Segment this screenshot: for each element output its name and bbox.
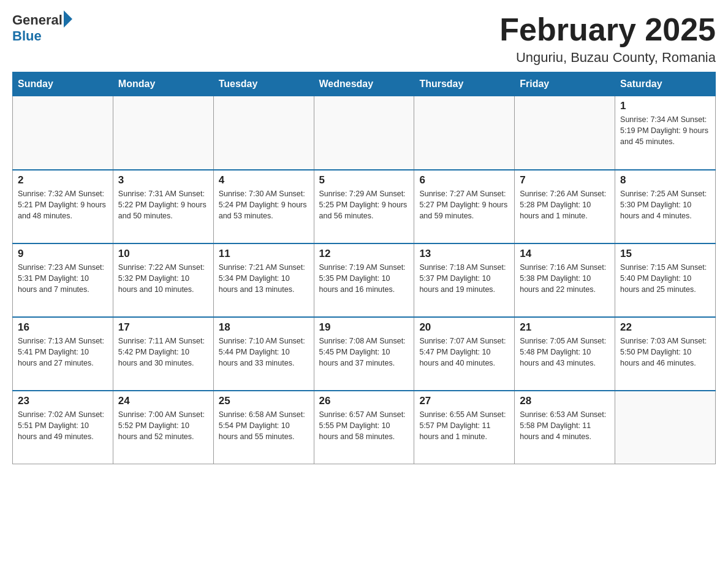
title-section: February 2025 Unguriu, Buzau County, Rom…	[499, 12, 716, 66]
calendar-cell	[113, 96, 213, 170]
page-header: General Blue February 2025 Unguriu, Buza…	[12, 12, 716, 66]
weekday-header-saturday: Saturday	[615, 72, 716, 96]
day-info: Sunrise: 7:25 AM Sunset: 5:30 PM Dayligh…	[620, 188, 710, 221]
day-info: Sunrise: 7:08 AM Sunset: 5:45 PM Dayligh…	[319, 335, 409, 369]
calendar-cell	[13, 96, 113, 170]
day-number: 13	[419, 248, 509, 260]
day-info: Sunrise: 7:34 AM Sunset: 5:19 PM Dayligh…	[620, 114, 710, 147]
day-info: Sunrise: 7:22 AM Sunset: 5:32 PM Dayligh…	[118, 262, 208, 295]
day-info: Sunrise: 6:55 AM Sunset: 5:57 PM Dayligh…	[419, 409, 509, 442]
calendar-cell: 22Sunrise: 7:03 AM Sunset: 5:50 PM Dayli…	[615, 317, 716, 391]
calendar-table: SundayMondayTuesdayWednesdayThursdayFrid…	[12, 72, 716, 464]
weekday-header-sunday: Sunday	[13, 72, 113, 96]
day-number: 28	[520, 395, 610, 407]
day-number: 11	[219, 248, 309, 260]
day-number: 25	[219, 395, 309, 407]
day-number: 3	[118, 174, 208, 186]
calendar-week-5: 23Sunrise: 7:02 AM Sunset: 5:51 PM Dayli…	[13, 391, 716, 464]
calendar-cell: 8Sunrise: 7:25 AM Sunset: 5:30 PM Daylig…	[615, 170, 716, 243]
day-info: Sunrise: 7:15 AM Sunset: 5:40 PM Dayligh…	[620, 262, 710, 295]
calendar-cell: 26Sunrise: 6:57 AM Sunset: 5:55 PM Dayli…	[314, 391, 414, 464]
calendar-cell: 16Sunrise: 7:13 AM Sunset: 5:41 PM Dayli…	[13, 317, 113, 391]
day-number: 1	[620, 100, 710, 112]
calendar-cell: 12Sunrise: 7:19 AM Sunset: 5:35 PM Dayli…	[314, 243, 414, 317]
day-info: Sunrise: 7:23 AM Sunset: 5:31 PM Dayligh…	[18, 262, 108, 295]
calendar-cell: 19Sunrise: 7:08 AM Sunset: 5:45 PM Dayli…	[314, 317, 414, 391]
day-info: Sunrise: 6:57 AM Sunset: 5:55 PM Dayligh…	[319, 409, 409, 442]
day-info: Sunrise: 7:02 AM Sunset: 5:51 PM Dayligh…	[18, 409, 108, 442]
calendar-cell: 20Sunrise: 7:07 AM Sunset: 5:47 PM Dayli…	[414, 317, 515, 391]
day-number: 12	[319, 248, 409, 260]
day-info: Sunrise: 7:21 AM Sunset: 5:34 PM Dayligh…	[219, 262, 309, 295]
day-info: Sunrise: 7:03 AM Sunset: 5:50 PM Dayligh…	[620, 335, 710, 369]
day-number: 26	[319, 395, 409, 407]
day-number: 8	[620, 174, 710, 186]
day-number: 14	[520, 248, 610, 260]
weekday-header-wednesday: Wednesday	[314, 72, 414, 96]
calendar-cell: 27Sunrise: 6:55 AM Sunset: 5:57 PM Dayli…	[414, 391, 515, 464]
calendar-cell: 13Sunrise: 7:18 AM Sunset: 5:37 PM Dayli…	[414, 243, 515, 317]
weekday-header-friday: Friday	[515, 72, 615, 96]
calendar-cell: 9Sunrise: 7:23 AM Sunset: 5:31 PM Daylig…	[13, 243, 113, 317]
logo-arrow-icon	[64, 10, 72, 28]
calendar-cell: 25Sunrise: 6:58 AM Sunset: 5:54 PM Dayli…	[213, 391, 314, 464]
logo-general-text: General	[12, 12, 63, 28]
calendar-cell	[314, 96, 414, 170]
day-number: 7	[520, 174, 610, 186]
calendar-cell: 10Sunrise: 7:22 AM Sunset: 5:32 PM Dayli…	[113, 243, 213, 317]
day-info: Sunrise: 7:05 AM Sunset: 5:48 PM Dayligh…	[520, 335, 610, 369]
day-number: 22	[620, 321, 710, 334]
day-info: Sunrise: 7:07 AM Sunset: 5:47 PM Dayligh…	[419, 335, 509, 369]
weekday-header-thursday: Thursday	[414, 72, 515, 96]
calendar-cell: 11Sunrise: 7:21 AM Sunset: 5:34 PM Dayli…	[213, 243, 314, 317]
day-info: Sunrise: 7:31 AM Sunset: 5:22 PM Dayligh…	[118, 188, 208, 221]
calendar-cell: 6Sunrise: 7:27 AM Sunset: 5:27 PM Daylig…	[414, 170, 515, 243]
day-info: Sunrise: 7:32 AM Sunset: 5:21 PM Dayligh…	[18, 188, 108, 221]
day-info: Sunrise: 7:19 AM Sunset: 5:35 PM Dayligh…	[319, 262, 409, 295]
day-info: Sunrise: 7:00 AM Sunset: 5:52 PM Dayligh…	[118, 409, 208, 442]
calendar-cell: 24Sunrise: 7:00 AM Sunset: 5:52 PM Dayli…	[113, 391, 213, 464]
calendar-cell: 7Sunrise: 7:26 AM Sunset: 5:28 PM Daylig…	[515, 170, 615, 243]
calendar-cell: 15Sunrise: 7:15 AM Sunset: 5:40 PM Dayli…	[615, 243, 716, 317]
calendar-cell	[515, 96, 615, 170]
day-info: Sunrise: 7:26 AM Sunset: 5:28 PM Dayligh…	[520, 188, 610, 221]
calendar-cell	[615, 391, 716, 464]
calendar-cell: 23Sunrise: 7:02 AM Sunset: 5:51 PM Dayli…	[13, 391, 113, 464]
day-number: 24	[118, 395, 208, 407]
calendar-cell: 1Sunrise: 7:34 AM Sunset: 5:19 PM Daylig…	[615, 96, 716, 170]
day-info: Sunrise: 7:16 AM Sunset: 5:38 PM Dayligh…	[520, 262, 610, 295]
calendar-header-row: SundayMondayTuesdayWednesdayThursdayFrid…	[13, 72, 716, 96]
day-number: 23	[18, 395, 108, 407]
calendar-cell: 5Sunrise: 7:29 AM Sunset: 5:25 PM Daylig…	[314, 170, 414, 243]
day-number: 6	[419, 174, 509, 186]
day-number: 9	[18, 248, 108, 260]
day-number: 2	[18, 174, 108, 186]
logo-blue-text: Blue	[12, 28, 42, 44]
day-number: 18	[219, 321, 309, 334]
calendar-cell: 3Sunrise: 7:31 AM Sunset: 5:22 PM Daylig…	[113, 170, 213, 243]
day-info: Sunrise: 7:11 AM Sunset: 5:42 PM Dayligh…	[118, 335, 208, 369]
day-info: Sunrise: 7:29 AM Sunset: 5:25 PM Dayligh…	[319, 188, 409, 221]
day-number: 16	[18, 321, 108, 334]
calendar-cell: 2Sunrise: 7:32 AM Sunset: 5:21 PM Daylig…	[13, 170, 113, 243]
day-number: 5	[319, 174, 409, 186]
calendar-week-2: 2Sunrise: 7:32 AM Sunset: 5:21 PM Daylig…	[13, 170, 716, 243]
month-title: February 2025	[499, 12, 716, 47]
day-info: Sunrise: 7:30 AM Sunset: 5:24 PM Dayligh…	[219, 188, 309, 221]
calendar-week-4: 16Sunrise: 7:13 AM Sunset: 5:41 PM Dayli…	[13, 317, 716, 391]
day-number: 15	[620, 248, 710, 260]
day-info: Sunrise: 7:10 AM Sunset: 5:44 PM Dayligh…	[219, 335, 309, 369]
day-number: 4	[219, 174, 309, 186]
day-number: 21	[520, 321, 610, 334]
location-text: Unguriu, Buzau County, Romania	[499, 50, 716, 66]
day-info: Sunrise: 7:18 AM Sunset: 5:37 PM Dayligh…	[419, 262, 509, 295]
day-number: 19	[319, 321, 409, 334]
day-info: Sunrise: 6:53 AM Sunset: 5:58 PM Dayligh…	[520, 409, 610, 442]
day-info: Sunrise: 7:13 AM Sunset: 5:41 PM Dayligh…	[18, 335, 108, 369]
calendar-cell: 21Sunrise: 7:05 AM Sunset: 5:48 PM Dayli…	[515, 317, 615, 391]
calendar-cell: 17Sunrise: 7:11 AM Sunset: 5:42 PM Dayli…	[113, 317, 213, 391]
calendar-week-1: 1Sunrise: 7:34 AM Sunset: 5:19 PM Daylig…	[13, 96, 716, 170]
day-number: 20	[419, 321, 509, 334]
logo: General Blue	[12, 12, 72, 44]
calendar-cell	[213, 96, 314, 170]
